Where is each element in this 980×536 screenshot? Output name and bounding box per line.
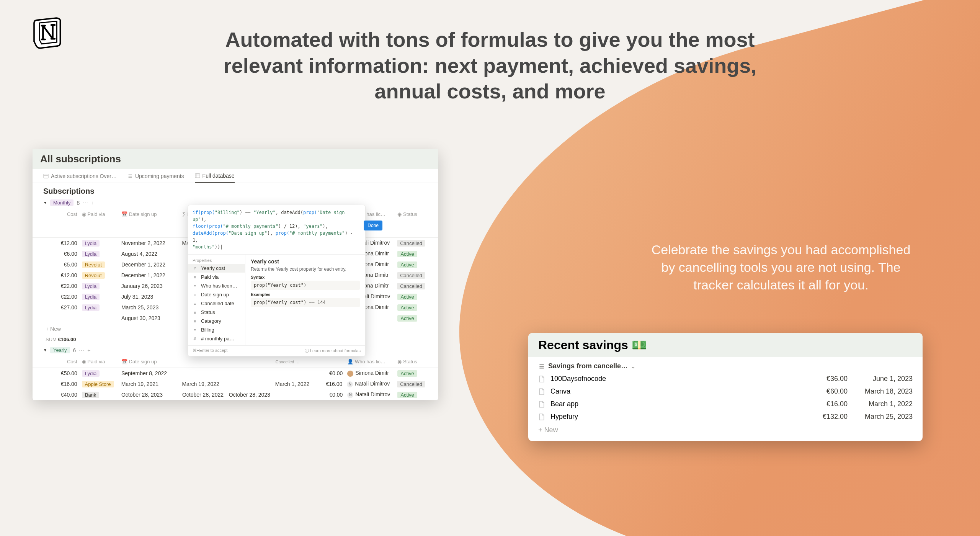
cell-cancelled[interactable]	[273, 393, 313, 396]
savings-view-picker[interactable]: Savings from cancelle… ⌄	[528, 357, 923, 373]
col-signup[interactable]: 📅 Date sign up	[119, 210, 180, 236]
tab-active-subs[interactable]: Active subscriptions Over…	[43, 173, 117, 183]
col-paid-via[interactable]: ◉ Paid via	[80, 210, 119, 236]
col-cancelled[interactable]: Cancelled …	[273, 357, 313, 366]
cell-next-payment[interactable]	[226, 382, 273, 386]
cell-status[interactable]: Cancelled	[395, 271, 428, 280]
cell-paid-via[interactable]: Apple Store	[80, 379, 119, 389]
cell-cost[interactable]: €12.00	[51, 271, 79, 280]
property-item[interactable]: ≡ Category	[188, 317, 245, 325]
cell-cost[interactable]: €50.00	[51, 369, 79, 378]
cell-status[interactable]: Active	[395, 292, 428, 301]
cell-paid-via[interactable]: Lydia	[80, 239, 119, 248]
cell-paid-via[interactable]: Revolut	[80, 271, 119, 280]
savings-row[interactable]: Bear app €16.00 March 1, 2022	[528, 398, 923, 410]
cell-paid-via[interactable]	[80, 317, 119, 320]
property-type-icon: ≡	[193, 301, 198, 306]
cell-status[interactable]: Active	[395, 260, 428, 269]
property-item[interactable]: # Yearly cost	[188, 264, 245, 273]
group-pill: Yearly	[50, 347, 70, 353]
cell-cancelled[interactable]: March 1, 2022	[273, 379, 312, 389]
new-savings-button[interactable]: + New	[528, 423, 923, 437]
col-who[interactable]: 👤 Who has lic…	[345, 357, 395, 366]
savings-row[interactable]: 100Daysofnocode €36.00 June 1, 2023	[528, 373, 923, 385]
cell-signup[interactable]: October 28, 2023	[119, 390, 180, 399]
cell-paid-via[interactable]: Lydia	[80, 303, 119, 312]
col-cost[interactable]: Cost	[51, 210, 79, 236]
property-item[interactable]: # # monthly pa…	[188, 334, 245, 343]
cell-savings[interactable]: €16.00	[312, 379, 345, 389]
cell-paid-via[interactable]: Revolut	[80, 260, 119, 269]
property-item[interactable]: ≡ Billing	[188, 325, 245, 334]
cell-who[interactable]: NNatali Dimitrov	[345, 390, 395, 399]
cell-who[interactable]: NNatali Dimitrov	[345, 379, 395, 389]
property-item[interactable]: ≡ Cancelled date	[188, 299, 245, 308]
cell-paid-via[interactable]: Lydia	[80, 281, 119, 291]
cell-signup[interactable]: March 19, 2021	[119, 379, 180, 389]
cell-cost[interactable]: €5.00	[51, 260, 79, 269]
cell-signup[interactable]: November 2, 2022	[119, 239, 180, 248]
cell-status[interactable]: Active	[395, 303, 428, 312]
savings-row[interactable]: Hypefury €132.00 March 25, 2023	[528, 410, 923, 423]
cell-signup[interactable]: July 31, 2023	[119, 292, 180, 301]
cell-paid-via[interactable]: Lydia	[80, 369, 119, 378]
cell-cancelled[interactable]	[273, 372, 313, 375]
cell-cost[interactable]: €22.00	[51, 292, 79, 301]
cell-cost[interactable]: €27.00	[51, 303, 79, 312]
cell-paid-via[interactable]: Lydia	[80, 292, 119, 301]
property-type-icon: #	[193, 336, 198, 342]
cell-last-payment[interactable]	[180, 372, 227, 375]
cell-status[interactable]: Cancelled	[395, 379, 428, 389]
cell-status[interactable]: Cancelled	[395, 239, 428, 248]
cell-cost[interactable]: €6.00	[51, 249, 79, 258]
cell-signup[interactable]: December 1, 2022	[119, 271, 180, 280]
savings-row[interactable]: Canva €60.00 March 18, 2023	[528, 385, 923, 398]
tab-upcoming[interactable]: Upcoming payments	[127, 173, 184, 183]
tab-full-db[interactable]: Full database	[195, 173, 235, 183]
learn-more-link[interactable]: ⓘ Learn more about formulas	[305, 348, 361, 354]
cell-status[interactable]: Cancelled	[395, 281, 428, 291]
col-cost[interactable]: Cost	[51, 357, 79, 366]
cell-status[interactable]: Active	[395, 249, 428, 258]
property-item[interactable]: ≡ Date sign up	[188, 290, 245, 299]
table-row[interactable]: €16.00 Apple Store March 19, 2021 March …	[33, 379, 438, 389]
cell-last-payment[interactable]: March 19, 2022	[180, 379, 226, 389]
cell-paid-via[interactable]: Bank	[80, 390, 119, 399]
more-icon[interactable]: ⋯	[83, 200, 88, 206]
cell-signup[interactable]: January 26, 2023	[119, 281, 180, 291]
cell-last-payment[interactable]: October 28, 2022	[180, 390, 227, 399]
formula-code[interactable]: if(prop("Billing") == "Yearly", dateAdd(…	[188, 205, 365, 255]
cell-status[interactable]: Active	[395, 314, 428, 323]
cell-cost[interactable]: €40.00	[51, 390, 79, 399]
col-paid-via[interactable]: ◉ Paid via	[80, 357, 119, 366]
cell-status[interactable]: Active	[395, 369, 428, 378]
cell-signup[interactable]: March 25, 2023	[119, 303, 180, 312]
cell-cost[interactable]: €22.00	[51, 281, 79, 291]
add-icon[interactable]: +	[91, 200, 94, 206]
table-row[interactable]: €40.00 Bank October 28, 2023 October 28,…	[33, 389, 438, 400]
cell-status[interactable]: Active	[395, 390, 428, 399]
property-item[interactable]: ≡ Paid via	[188, 273, 245, 281]
cell-signup[interactable]: September 8, 2022	[119, 369, 180, 378]
add-icon[interactable]: +	[87, 347, 90, 353]
table-row[interactable]: €50.00 Lydia September 8, 2022 €0.00 Sim…	[33, 368, 438, 379]
col-status[interactable]: ◉ Status	[395, 210, 428, 236]
property-item[interactable]: ≡ Status	[188, 308, 245, 317]
cell-paid-via[interactable]: Lydia	[80, 249, 119, 258]
cell-next-payment[interactable]	[227, 372, 273, 375]
cell-next-payment[interactable]: October 28, 2023	[227, 390, 273, 399]
cell-signup[interactable]: August 4, 2022	[119, 249, 180, 258]
cell-who[interactable]: Simona Dimitr	[345, 368, 395, 378]
done-button[interactable]: Done	[364, 221, 382, 230]
col-status[interactable]: ◉ Status	[395, 357, 428, 366]
more-icon[interactable]: ⋯	[79, 347, 84, 353]
cell-cost[interactable]	[51, 317, 79, 320]
cell-savings[interactable]: €0.00	[313, 390, 345, 399]
cell-signup[interactable]: December 1, 2022	[119, 260, 180, 269]
cell-cost[interactable]: €16.00	[51, 379, 79, 389]
col-signup[interactable]: 📅 Date sign up	[119, 357, 180, 366]
cell-savings[interactable]: €0.00	[313, 369, 345, 378]
property-item[interactable]: ≡ Who has licen…	[188, 281, 245, 290]
cell-cost[interactable]: €12.00	[51, 239, 79, 248]
cell-signup[interactable]: August 30, 2023	[119, 314, 180, 323]
